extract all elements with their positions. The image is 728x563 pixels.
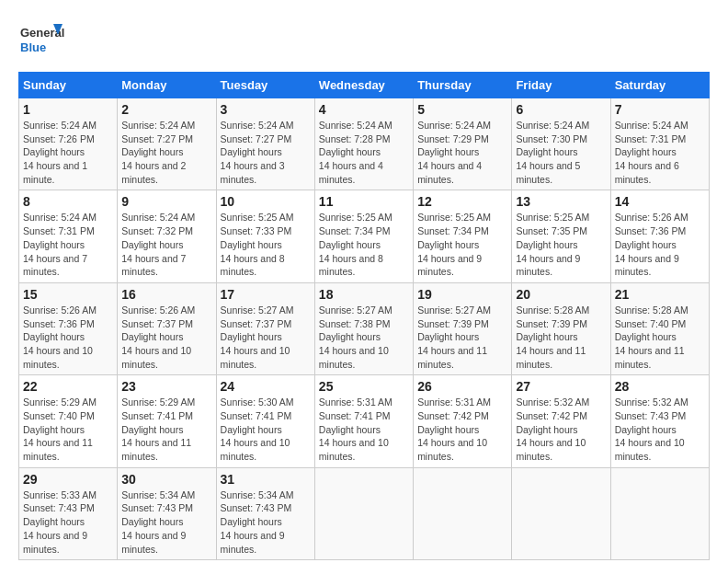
calendar-cell (610, 467, 709, 559)
day-info: Sunrise: 5:25 AM Sunset: 7:34 PM Dayligh… (319, 211, 409, 278)
day-number: 2 (121, 102, 211, 117)
day-info: Sunrise: 5:27 AM Sunset: 7:38 PM Dayligh… (319, 304, 409, 371)
calendar-cell: 15 Sunrise: 5:26 AM Sunset: 7:36 PM Dayl… (19, 282, 118, 374)
calendar-table: SundayMondayTuesdayWednesdayThursdayFrid… (18, 72, 710, 560)
calendar-cell: 1 Sunrise: 5:24 AM Sunset: 7:26 PM Dayli… (19, 98, 118, 190)
logo: General Blue (18, 18, 64, 64)
day-number: 21 (615, 287, 705, 302)
day-info: Sunrise: 5:25 AM Sunset: 7:33 PM Dayligh… (221, 211, 311, 278)
calendar-cell: 24 Sunrise: 5:30 AM Sunset: 7:41 PM Dayl… (216, 375, 314, 467)
calendar-cell: 28 Sunrise: 5:32 AM Sunset: 7:43 PM Dayl… (610, 375, 709, 467)
calendar-cell: 22 Sunrise: 5:29 AM Sunset: 7:40 PM Dayl… (19, 375, 118, 467)
day-info: Sunrise: 5:31 AM Sunset: 7:42 PM Dayligh… (417, 396, 507, 463)
calendar-cell (512, 467, 610, 559)
calendar-cell: 5 Sunrise: 5:24 AM Sunset: 7:29 PM Dayli… (414, 98, 512, 190)
day-number: 9 (121, 194, 211, 209)
day-number: 17 (221, 287, 311, 302)
day-info: Sunrise: 5:31 AM Sunset: 7:41 PM Dayligh… (319, 396, 409, 463)
day-info: Sunrise: 5:34 AM Sunset: 7:43 PM Dayligh… (121, 488, 211, 556)
page-header: General Blue (18, 18, 710, 64)
day-number: 18 (319, 287, 409, 302)
day-info: Sunrise: 5:24 AM Sunset: 7:27 PM Dayligh… (221, 119, 311, 186)
day-info: Sunrise: 5:28 AM Sunset: 7:39 PM Dayligh… (516, 304, 606, 371)
calendar-cell: 13 Sunrise: 5:25 AM Sunset: 7:35 PM Dayl… (512, 190, 610, 282)
day-info: Sunrise: 5:30 AM Sunset: 7:41 PM Dayligh… (221, 396, 311, 463)
day-info: Sunrise: 5:25 AM Sunset: 7:34 PM Dayligh… (417, 211, 507, 278)
day-number: 29 (23, 472, 113, 487)
day-number: 16 (121, 287, 211, 302)
header-saturday: Saturday (610, 73, 709, 98)
header-sunday: Sunday (19, 73, 118, 98)
day-info: Sunrise: 5:29 AM Sunset: 7:40 PM Dayligh… (23, 396, 113, 463)
calendar-week-row: 22 Sunrise: 5:29 AM Sunset: 7:40 PM Dayl… (19, 375, 710, 467)
day-number: 4 (319, 102, 409, 117)
calendar-week-row: 1 Sunrise: 5:24 AM Sunset: 7:26 PM Dayli… (19, 98, 710, 190)
calendar-cell: 20 Sunrise: 5:28 AM Sunset: 7:39 PM Dayl… (512, 282, 610, 374)
day-info: Sunrise: 5:33 AM Sunset: 7:43 PM Dayligh… (23, 488, 113, 556)
day-info: Sunrise: 5:24 AM Sunset: 7:29 PM Dayligh… (417, 119, 507, 186)
calendar-cell: 11 Sunrise: 5:25 AM Sunset: 7:34 PM Dayl… (314, 190, 413, 282)
calendar-cell: 3 Sunrise: 5:24 AM Sunset: 7:27 PM Dayli… (216, 98, 314, 190)
day-number: 27 (516, 379, 606, 394)
day-info: Sunrise: 5:24 AM Sunset: 7:27 PM Dayligh… (121, 119, 211, 186)
calendar-cell: 9 Sunrise: 5:24 AM Sunset: 7:32 PM Dayli… (118, 190, 216, 282)
day-number: 15 (23, 287, 113, 302)
day-info: Sunrise: 5:24 AM Sunset: 7:31 PM Dayligh… (615, 119, 705, 186)
day-number: 11 (319, 194, 409, 209)
calendar-cell: 19 Sunrise: 5:27 AM Sunset: 7:39 PM Dayl… (414, 282, 512, 374)
day-number: 8 (23, 194, 113, 209)
header-friday: Friday (512, 73, 610, 98)
day-number: 25 (319, 379, 409, 394)
calendar-week-row: 8 Sunrise: 5:24 AM Sunset: 7:31 PM Dayli… (19, 190, 710, 282)
day-number: 5 (417, 102, 507, 117)
day-info: Sunrise: 5:24 AM Sunset: 7:32 PM Dayligh… (121, 211, 211, 278)
calendar-header-row: SundayMondayTuesdayWednesdayThursdayFrid… (19, 73, 710, 98)
calendar-cell: 29 Sunrise: 5:33 AM Sunset: 7:43 PM Dayl… (19, 467, 118, 559)
calendar-cell: 6 Sunrise: 5:24 AM Sunset: 7:30 PM Dayli… (512, 98, 610, 190)
day-number: 10 (221, 194, 311, 209)
day-info: Sunrise: 5:29 AM Sunset: 7:41 PM Dayligh… (121, 396, 211, 463)
day-number: 7 (615, 102, 705, 117)
calendar-cell: 18 Sunrise: 5:27 AM Sunset: 7:38 PM Dayl… (314, 282, 413, 374)
calendar-cell: 30 Sunrise: 5:34 AM Sunset: 7:43 PM Dayl… (118, 467, 216, 559)
day-number: 23 (121, 379, 211, 394)
day-number: 28 (615, 379, 705, 394)
header-tuesday: Tuesday (216, 73, 314, 98)
header-wednesday: Wednesday (314, 73, 413, 98)
day-number: 20 (516, 287, 606, 302)
calendar-cell: 4 Sunrise: 5:24 AM Sunset: 7:28 PM Dayli… (314, 98, 413, 190)
day-info: Sunrise: 5:32 AM Sunset: 7:42 PM Dayligh… (516, 396, 606, 463)
calendar-cell: 10 Sunrise: 5:25 AM Sunset: 7:33 PM Dayl… (216, 190, 314, 282)
day-info: Sunrise: 5:28 AM Sunset: 7:40 PM Dayligh… (615, 304, 705, 371)
day-info: Sunrise: 5:34 AM Sunset: 7:43 PM Dayligh… (221, 488, 311, 556)
calendar-cell: 26 Sunrise: 5:31 AM Sunset: 7:42 PM Dayl… (414, 375, 512, 467)
day-info: Sunrise: 5:24 AM Sunset: 7:26 PM Dayligh… (23, 119, 113, 186)
logo-svg: General Blue (18, 18, 64, 64)
calendar-cell (314, 467, 413, 559)
calendar-week-row: 15 Sunrise: 5:26 AM Sunset: 7:36 PM Dayl… (19, 282, 710, 374)
svg-text:Blue: Blue (20, 40, 46, 54)
day-number: 24 (221, 379, 311, 394)
calendar-cell: 2 Sunrise: 5:24 AM Sunset: 7:27 PM Dayli… (118, 98, 216, 190)
day-info: Sunrise: 5:24 AM Sunset: 7:30 PM Dayligh… (516, 119, 606, 186)
day-number: 30 (121, 472, 211, 487)
calendar-cell: 12 Sunrise: 5:25 AM Sunset: 7:34 PM Dayl… (414, 190, 512, 282)
day-info: Sunrise: 5:32 AM Sunset: 7:43 PM Dayligh… (615, 396, 705, 463)
day-number: 6 (516, 102, 606, 117)
calendar-cell: 23 Sunrise: 5:29 AM Sunset: 7:41 PM Dayl… (118, 375, 216, 467)
day-info: Sunrise: 5:24 AM Sunset: 7:28 PM Dayligh… (319, 119, 409, 186)
day-number: 26 (417, 379, 507, 394)
day-info: Sunrise: 5:26 AM Sunset: 7:36 PM Dayligh… (615, 211, 705, 278)
day-number: 31 (221, 472, 311, 487)
day-number: 13 (516, 194, 606, 209)
calendar-cell: 21 Sunrise: 5:28 AM Sunset: 7:40 PM Dayl… (610, 282, 709, 374)
calendar-cell: 17 Sunrise: 5:27 AM Sunset: 7:37 PM Dayl… (216, 282, 314, 374)
day-info: Sunrise: 5:27 AM Sunset: 7:39 PM Dayligh… (417, 304, 507, 371)
day-number: 19 (417, 287, 507, 302)
header-thursday: Thursday (414, 73, 512, 98)
day-info: Sunrise: 5:26 AM Sunset: 7:37 PM Dayligh… (121, 304, 211, 371)
header-monday: Monday (118, 73, 216, 98)
day-number: 3 (221, 102, 311, 117)
day-number: 14 (615, 194, 705, 209)
calendar-cell: 8 Sunrise: 5:24 AM Sunset: 7:31 PM Dayli… (19, 190, 118, 282)
